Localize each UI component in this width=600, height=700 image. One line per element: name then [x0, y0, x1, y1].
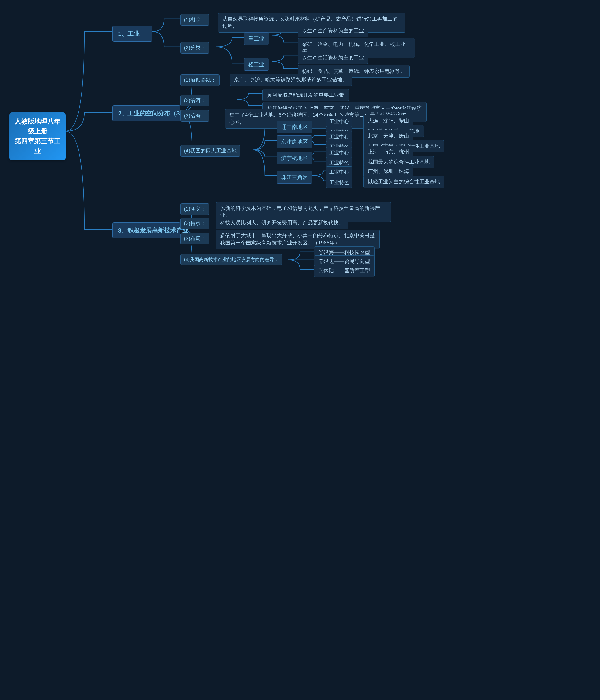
s2-4base-label: (4)我国的四大工业基地: [181, 145, 240, 157]
s2-river-label: (2)沿河：: [181, 95, 209, 106]
s2-rail-content: 京广、京沪、哈大等铁路沿线形成许多工业基地。: [230, 74, 352, 86]
s2-huninghai-center-label: 工业中心: [326, 147, 353, 158]
s2-liaoning-label: 辽中南地区: [277, 121, 312, 133]
s2-pearl-feat-label: 工业特色: [326, 177, 353, 188]
s2-rail-label: (1)沿铁路线：: [181, 74, 220, 86]
s3-regional-label: (4)我国高新技术产业的地区发展方向的差导：: [181, 254, 282, 265]
s3-layout-label: (3)布局：: [181, 233, 209, 245]
s1-concept-label: (1)概念：: [181, 14, 209, 26]
s3-feature-label: (2)特点：: [181, 218, 209, 229]
s3-meaning-label: (1)涵义：: [181, 203, 209, 215]
s1-light-label: 轻工业: [244, 58, 269, 71]
s1-class-label: (2)分类：: [181, 42, 209, 54]
s2-liaoning-center-label: 工业中心: [326, 116, 353, 127]
s2-huninghai-label: 沪宁杭地区: [277, 152, 312, 165]
s1-heavy-c1: 以生产生产资料为主的工业: [298, 25, 368, 37]
s2-river-c1: 黄河流域是能源开发的重要工业带: [263, 89, 349, 101]
s2-coast-label: (3)沿海：: [181, 110, 209, 122]
s2-jingjinji-center-label: 工业中心: [326, 131, 353, 142]
section2-title: 2、工业的空间分布（3沿）: [113, 105, 181, 121]
s2-pearl-feat-val: 以轻工业为主的综合性工业基地: [363, 176, 445, 188]
s2-jingjinji-label: 京津唐地区: [277, 135, 312, 148]
root-label: 人教版地理八年级上册 第四章第三节工业: [9, 112, 66, 160]
s3-feature-content: 科技人员比例大、研究开发费用高、产品更新换代快。: [216, 217, 348, 229]
s1-heavy-label: 重工业: [244, 32, 269, 45]
section3-title: 3、积极发展高新技术产业: [113, 223, 181, 239]
s2-pearl-center-label: 工业中心: [326, 166, 353, 177]
s1-light-c1: 以生产生活资料为主的工业: [298, 52, 368, 64]
s3-inland-type: ③内陆——国防军工型: [314, 265, 375, 277]
section1-title: 1、工业: [113, 26, 152, 42]
s2-pearl-label: 珠江三角洲: [277, 171, 312, 183]
